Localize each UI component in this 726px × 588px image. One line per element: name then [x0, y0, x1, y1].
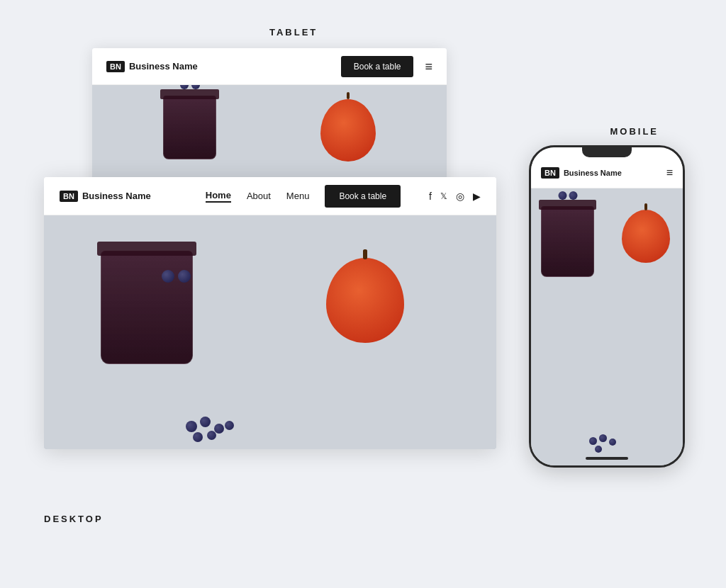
desktop-brand-name: Business Name: [82, 191, 151, 201]
desktop-berry-2: [178, 270, 191, 283]
twitter-icon[interactable]: 𝕏: [440, 191, 447, 201]
mobile-apple: [622, 210, 670, 263]
tablet-apple-stem: [347, 92, 350, 99]
tablet-navbar: BN Business Name Book a table ≡: [92, 48, 447, 85]
mobile-notch: [582, 147, 632, 157]
mobile-apple-stem: [644, 203, 647, 210]
desktop-berry-1: [162, 270, 174, 283]
desktop-book-button[interactable]: Book a table: [325, 185, 401, 208]
desktop-apple: [326, 258, 404, 343]
label-tablet: TABLET: [269, 27, 318, 38]
mobile-berry-top-1: [558, 191, 566, 200]
desktop-glass: [101, 251, 193, 364]
tablet-glass-berries: [180, 85, 200, 89]
tablet-apple: [320, 99, 376, 162]
facebook-icon[interactable]: f: [429, 191, 432, 202]
mobile-brand-badge: BN: [541, 167, 559, 179]
desktop-apple-stem: [363, 249, 367, 259]
tablet-glass-rim: [160, 89, 219, 99]
mobile-hero-image: [531, 188, 683, 465]
tablet-hamburger-icon[interactable]: ≡: [425, 60, 432, 73]
scene: TABLET DESKTOP MOBILE BN Business Name B…: [0, 0, 726, 588]
mobile-brand-name: Business Name: [564, 169, 622, 177]
desktop-mockup: BN Business Name Home About Menu Book a …: [44, 177, 496, 449]
mobile-glass: [541, 206, 594, 277]
mobile-glass-rim: [539, 200, 596, 210]
nav-home-link[interactable]: Home: [206, 190, 231, 203]
label-desktop: DESKTOP: [44, 514, 104, 524]
desktop-social-icons: f 𝕏 ◎ ▶: [429, 191, 481, 202]
mobile-inner: BN Business Name ≡: [531, 147, 683, 465]
brand-name: Business Name: [129, 61, 198, 72]
tablet-mockup: BN Business Name Book a table ≡: [92, 48, 447, 195]
mobile-home-bar: [586, 457, 628, 460]
tablet-glass: [163, 96, 216, 159]
tablet-berry-1: [180, 85, 189, 89]
youtube-icon[interactable]: ▶: [473, 191, 481, 202]
nav-menu-link[interactable]: Menu: [286, 191, 310, 201]
tablet-brand: BN Business Name: [106, 61, 198, 72]
desktop-navbar: BN Business Name Home About Menu Book a …: [44, 177, 496, 215]
tablet-berry-2: [191, 85, 200, 89]
desktop-brand: BN Business Name: [60, 191, 151, 202]
tablet-book-button[interactable]: Book a table: [341, 56, 414, 77]
nav-about-link[interactable]: About: [247, 191, 271, 201]
mobile-glass-berries: [558, 191, 577, 200]
mobile-brand: BN Business Name: [541, 167, 622, 179]
desktop-brand-badge: BN: [60, 191, 78, 202]
brand-badge: BN: [106, 61, 125, 72]
desktop-hero-image: [44, 215, 496, 449]
desktop-nav-links: Home About Menu Book a table f 𝕏 ◎ ▶: [206, 185, 481, 208]
instagram-icon[interactable]: ◎: [456, 191, 464, 202]
label-mobile: MOBILE: [610, 126, 659, 137]
mobile-berry-top-2: [569, 191, 577, 200]
mobile-mockup: BN Business Name ≡: [529, 145, 685, 468]
desktop-glass-berries: [162, 270, 191, 283]
mobile-hamburger-icon[interactable]: ≡: [666, 166, 673, 179]
